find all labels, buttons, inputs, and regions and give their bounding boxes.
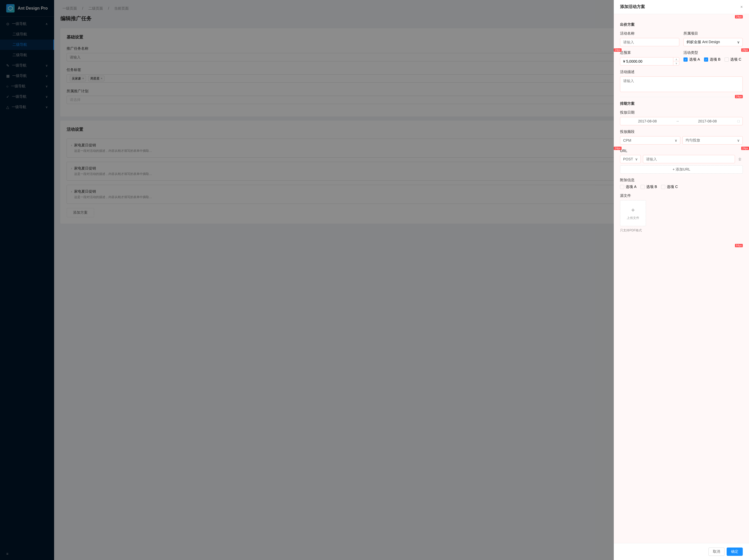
modal-footer: 取消 确定 — [614, 543, 749, 560]
form-row-budget-type: 总预算 ∧ ∨ 活动类型 — [620, 50, 743, 66]
frequency-label: 投放频段 — [620, 129, 743, 134]
url-label: URL — [620, 149, 743, 153]
cancel-button[interactable]: 取消 — [708, 547, 725, 556]
add-url-button[interactable]: + 添加URL — [620, 165, 743, 174]
extra-checkbox-a-icon — [620, 185, 624, 189]
budget-value-input[interactable] — [620, 58, 673, 65]
extra-info-label: 附加信息 — [620, 178, 743, 182]
date-field: 投放日期 → □ — [620, 110, 743, 125]
url-field: 24px 24px URL POST ∨ 🗑 + 添加URL — [620, 149, 743, 174]
bottom-spacing: 64px — [620, 237, 743, 247]
project-field: 所属项目 蚂蚁金服 Ant Design ∨ — [683, 31, 743, 46]
checkbox-option-c[interactable]: 选项 C — [725, 57, 741, 62]
calendar-icon: □ — [735, 119, 743, 123]
budget-spinners: ∧ ∨ — [673, 58, 679, 65]
bid-section: 出价方案 活动名称 所属项目 蚂蚁金服 Ant Design ∨ — [620, 22, 743, 93]
chevron-down-icon: ∨ — [737, 40, 740, 44]
date-end-input[interactable] — [680, 117, 735, 125]
frequency-type-select[interactable]: 均匀投放 ∨ — [682, 136, 743, 145]
source-file-field: 源文件 + 上传文件 只支持PDF格式 — [620, 193, 743, 233]
checkbox-option-a[interactable]: 选项 A — [683, 57, 700, 62]
extra-checkbox-b-icon — [641, 185, 645, 189]
spacing-badge-url-right: 24px — [741, 147, 749, 150]
plus-icon: + — [631, 207, 635, 214]
spacing-badge-64px: 64px — [735, 244, 743, 247]
budget-increment[interactable]: ∧ — [673, 58, 679, 61]
modal-header: 添加活动方案 × — [614, 0, 749, 14]
activity-name-input[interactable] — [620, 38, 679, 46]
project-select[interactable]: 蚂蚁金服 Ant Design ∨ — [683, 38, 743, 46]
chevron-down-icon: ∨ — [635, 157, 638, 161]
modal-close-button[interactable]: × — [741, 5, 743, 9]
chevron-down-icon: ∨ — [675, 138, 677, 143]
checkbox-a-icon — [683, 58, 688, 62]
checkbox-c-icon — [725, 58, 729, 62]
date-range-input[interactable]: → □ — [620, 117, 743, 125]
frequency-method-select[interactable]: CPM ∨ — [620, 136, 680, 145]
url-row: POST ∨ 🗑 — [620, 155, 743, 163]
chevron-down-icon: ∨ — [737, 138, 740, 143]
bid-section-title: 出价方案 — [620, 22, 743, 27]
file-upload-button[interactable]: + 上传文件 — [620, 200, 646, 226]
file-hint: 只支持PDF格式 — [620, 228, 743, 233]
schedule-section: 排期方案 投放日期 → □ 投放频段 CPM — [620, 101, 743, 247]
modal-dialog: 添加活动方案 × 24px 出价方案 活动名称 所属项目 — [614, 0, 749, 560]
budget-field: 总预算 ∧ ∨ — [620, 50, 679, 66]
description-textarea[interactable] — [620, 77, 743, 92]
url-method-select[interactable]: POST ∨ — [620, 155, 641, 163]
form-row-name-project: 活动名称 所属项目 蚂蚁金服 Ant Design ∨ — [620, 31, 743, 46]
spacing-badge-right: 24px — [741, 48, 749, 52]
project-label: 所属项目 — [683, 31, 743, 36]
extra-checkbox-c-icon — [661, 185, 665, 189]
activity-type-field: 活动类型 选项 A 选项 B — [683, 50, 743, 66]
checkbox-option-b[interactable]: 选项 B — [704, 57, 721, 62]
budget-input[interactable]: ∧ ∨ — [620, 57, 679, 66]
url-input[interactable] — [643, 155, 735, 163]
modal-divider — [620, 97, 743, 97]
budget-decrement[interactable]: ∨ — [673, 61, 679, 65]
modal-body: 24px 出价方案 活动名称 所属项目 蚂蚁金服 Ant Design ∨ — [614, 14, 749, 543]
spacing-badge-24px-2: 24px — [735, 95, 743, 98]
spacing-badge-left: 24px — [614, 48, 622, 52]
checkbox-b-icon — [704, 58, 708, 62]
modal-title: 添加活动方案 — [620, 4, 645, 9]
extra-checkbox-c[interactable]: 选项 C — [661, 185, 678, 189]
url-delete-icon[interactable]: 🗑 — [737, 156, 743, 162]
confirm-button[interactable]: 确定 — [727, 547, 743, 556]
date-arrow-icon: → — [675, 119, 680, 123]
spacing-badge-24px: 24px — [735, 15, 743, 19]
activity-type-label: 活动类型 — [683, 50, 743, 55]
description-field: 活动描述 — [620, 70, 743, 93]
source-file-label: 源文件 — [620, 193, 743, 198]
description-label: 活动描述 — [620, 70, 743, 74]
modal-overlay: 添加活动方案 × 24px 出价方案 活动名称 所属项目 — [0, 0, 749, 560]
frequency-field: 投放频段 CPM ∨ 均匀投放 ∨ — [620, 129, 743, 145]
upload-text: 上传文件 — [627, 216, 639, 220]
activity-name-field: 活动名称 — [620, 31, 679, 46]
schedule-section-title: 排期方案 — [620, 101, 743, 106]
spacing-badge-url-left: 24px — [614, 147, 622, 150]
extra-info-checkboxes: 选项 A 选项 B 选项 C — [620, 185, 743, 189]
activity-name-label: 活动名称 — [620, 31, 679, 36]
date-label: 投放日期 — [620, 110, 743, 115]
frequency-row: CPM ∨ 均匀投放 ∨ — [620, 136, 743, 145]
budget-label: 总预算 — [620, 50, 679, 55]
date-start-input[interactable] — [620, 117, 675, 125]
extra-checkbox-b[interactable]: 选项 B — [641, 185, 657, 189]
activity-type-checkboxes: 选项 A 选项 B 选项 C — [683, 57, 743, 62]
extra-info-field: 附加信息 选项 A 选项 B 选项 C — [620, 178, 743, 189]
extra-checkbox-a[interactable]: 选项 A — [620, 185, 636, 189]
